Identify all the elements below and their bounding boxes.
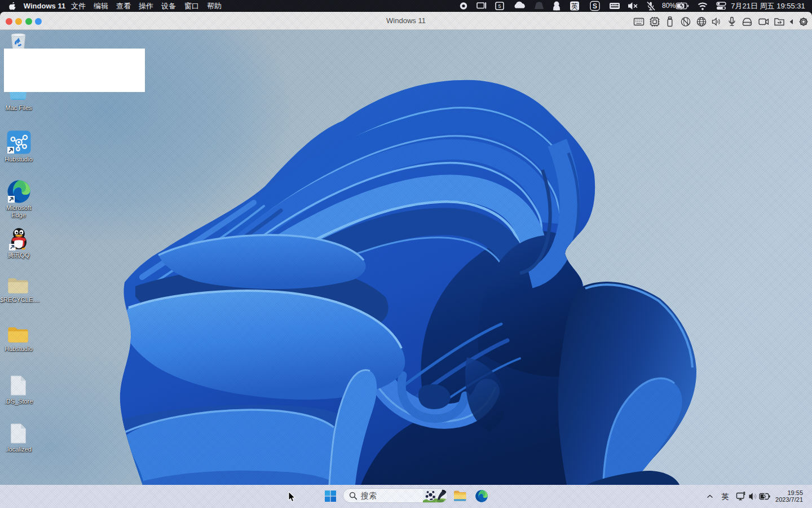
svg-text:S: S	[593, 2, 597, 10]
svg-text:英: 英	[571, 2, 578, 10]
svg-text:英: 英	[722, 492, 729, 501]
svg-text:5: 5	[498, 3, 501, 9]
